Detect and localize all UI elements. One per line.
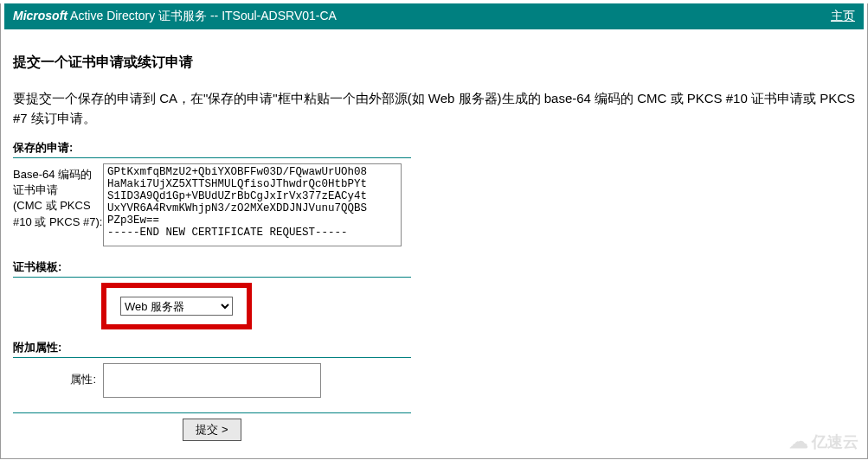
home-link[interactable]: 主页 bbox=[831, 9, 855, 24]
submit-button[interactable]: 提交 > bbox=[183, 419, 241, 441]
cloud-icon: ☁ bbox=[789, 431, 808, 453]
additional-attrs-heading: 附加属性: bbox=[13, 340, 411, 358]
watermark-text: 亿速云 bbox=[812, 431, 858, 452]
divider bbox=[13, 412, 411, 413]
saved-request-label: Base-64 编码的证书申请(CMC 或 PKCS #10 或 PKCS #7… bbox=[13, 163, 103, 230]
template-select[interactable]: Web 服务器 bbox=[120, 297, 233, 316]
template-heading: 证书模板: bbox=[13, 259, 411, 278]
additional-attrs-textarea[interactable] bbox=[103, 363, 321, 398]
ca-name: ITSoul-ADSRV01-CA bbox=[222, 9, 337, 22]
saved-request-heading: 保存的申请: bbox=[13, 140, 411, 158]
product-name: Active Directory 证书服务 bbox=[68, 9, 207, 22]
template-highlight-box: Web 服务器 bbox=[101, 283, 252, 329]
brand-name: Microsoft bbox=[13, 9, 68, 22]
page-description: 要提交一个保存的申请到 CA，在"保存的申请"框中粘贴一个由外部源(如 Web … bbox=[13, 89, 855, 128]
header-bar: Microsoft Active Directory 证书服务 -- ITSou… bbox=[4, 3, 864, 29]
additional-attrs-label: 属性: bbox=[13, 363, 103, 387]
template-row: Web 服务器 bbox=[13, 283, 855, 329]
watermark: ☁ 亿速云 bbox=[789, 431, 858, 453]
saved-request-row: Base-64 编码的证书申请(CMC 或 PKCS #10 或 PKCS #7… bbox=[13, 163, 855, 249]
header-title: Microsoft Active Directory 证书服务 -- ITSou… bbox=[13, 9, 337, 24]
template-label-spacer bbox=[13, 283, 103, 286]
submit-row: 提交 > bbox=[13, 419, 411, 441]
app-window: Microsoft Active Directory 证书服务 -- ITSou… bbox=[0, 3, 868, 459]
additional-attrs-row: 属性: bbox=[13, 363, 855, 400]
page-title: 提交一个证书申请或续订申请 bbox=[13, 54, 855, 72]
content-area: 提交一个证书申请或续订申请 要提交一个保存的申请到 CA，在"保存的申请"框中粘… bbox=[1, 29, 867, 450]
separator: -- bbox=[207, 9, 222, 22]
saved-request-textarea[interactable] bbox=[103, 163, 402, 246]
